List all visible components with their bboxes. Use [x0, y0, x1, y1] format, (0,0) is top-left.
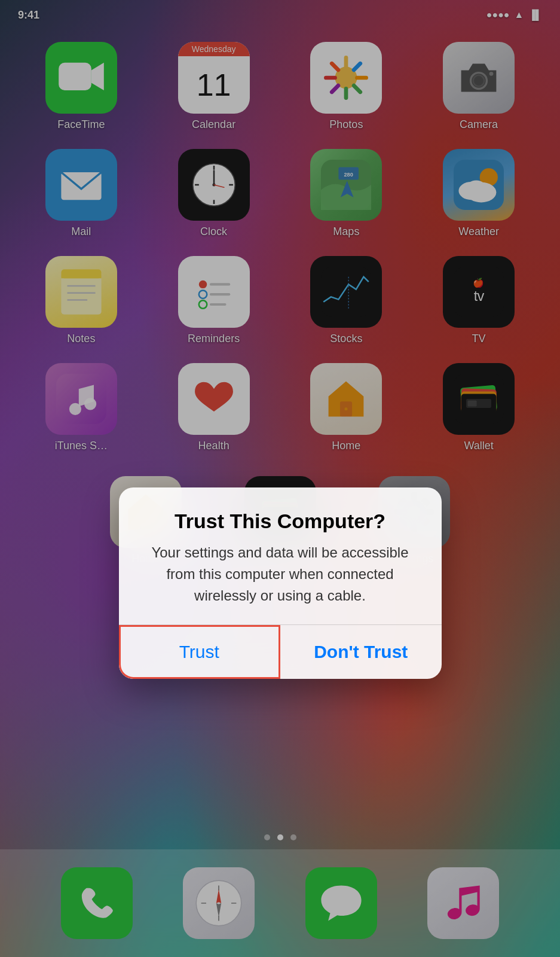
dont-trust-button[interactable]: Don't Trust — [280, 625, 442, 679]
alert-message: Your settings and data will be accessibl… — [143, 542, 418, 606]
alert-title: Trust This Computer? — [143, 509, 418, 534]
alert-dialog: Trust This Computer? Your settings and d… — [119, 487, 442, 679]
trust-button[interactable]: Trust — [119, 625, 281, 679]
alert-overlay: Trust This Computer? Your settings and d… — [0, 209, 560, 957]
alert-content: Trust This Computer? Your settings and d… — [119, 487, 442, 606]
alert-buttons: Trust Don't Trust — [119, 624, 442, 679]
